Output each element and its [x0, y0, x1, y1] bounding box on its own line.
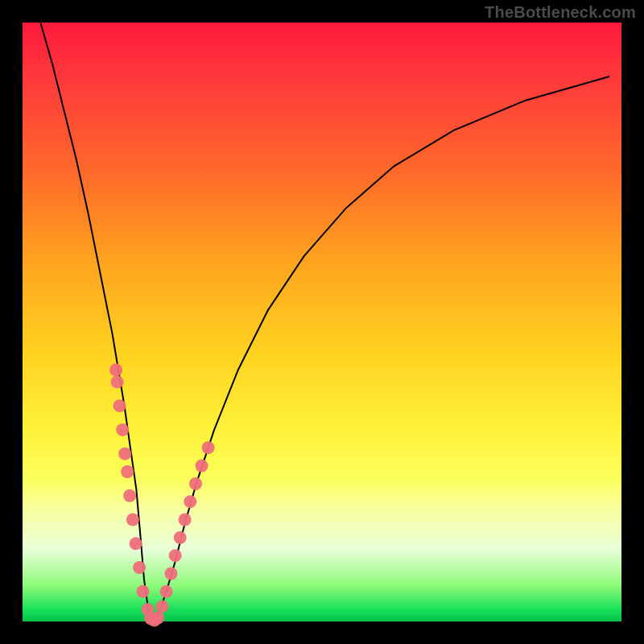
data-dot — [111, 375, 124, 388]
data-dot — [133, 561, 146, 574]
data-dot — [121, 465, 134, 478]
plot-area — [23, 23, 621, 621]
data-dot — [137, 585, 150, 598]
watermark-text: TheBottleneck.com — [485, 3, 636, 22]
data-dot — [169, 549, 182, 562]
data-dot — [155, 600, 168, 613]
data-dot — [189, 477, 202, 490]
data-dot — [116, 423, 129, 436]
data-dot — [109, 364, 122, 377]
data-dot — [118, 448, 131, 460]
data-dot — [184, 495, 196, 508]
chart-svg — [23, 23, 621, 621]
data-dots — [109, 364, 215, 627]
data-dot — [165, 568, 178, 580]
data-dot — [130, 537, 142, 550]
data-dot — [114, 399, 126, 412]
data-dot — [174, 531, 187, 544]
data-dot — [123, 489, 136, 502]
data-dot — [196, 460, 208, 473]
data-dot — [179, 514, 192, 526]
bottleneck-curve — [40, 23, 609, 621]
data-dot — [126, 514, 139, 526]
chart-frame: TheBottleneck.com — [0, 0, 644, 644]
data-dot — [151, 612, 164, 625]
data-dot — [160, 585, 173, 598]
data-dot — [202, 441, 215, 454]
